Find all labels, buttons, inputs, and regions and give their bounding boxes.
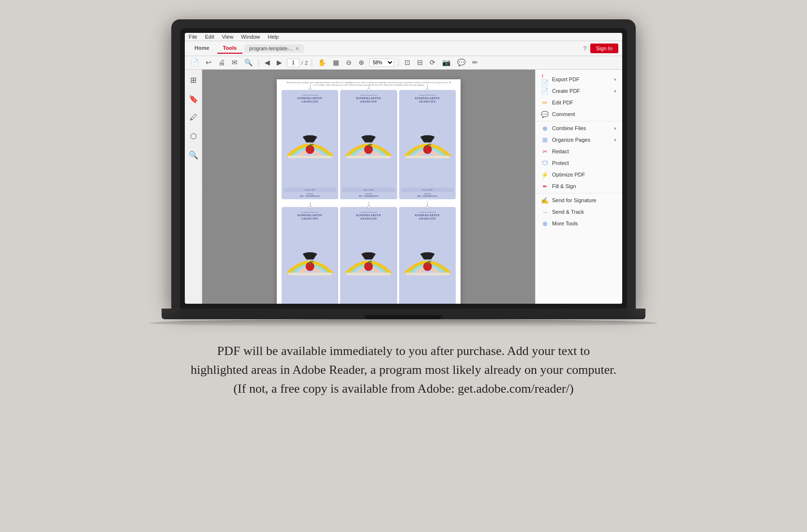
tag-string-1 xyxy=(310,85,311,89)
right-tools-panel: ↑📄 Export PDF ▾ 📄 Create PDF ▾ ✏ Edit PD… xyxy=(535,70,622,304)
open-icon[interactable]: ↩ xyxy=(204,58,213,68)
svg-rect-22 xyxy=(309,262,311,265)
organize-pages-label: Organize Pages xyxy=(552,137,610,143)
fit-page-icon[interactable]: ⊡ xyxy=(403,58,412,68)
hand-tool-icon[interactable]: ✋ xyxy=(316,58,328,68)
export-pdf-label: Export PDF xyxy=(552,76,610,82)
menu-view[interactable]: View xyxy=(222,34,234,40)
export-pdf-chevron: ▾ xyxy=(614,77,616,82)
tool-comment[interactable]: 💬 Comment xyxy=(536,108,622,120)
send-for-signature-label: Send for Signature xyxy=(552,197,616,203)
tool-combine-files[interactable]: ⊕ Combine Files ▾ xyxy=(536,122,622,134)
svg-marker-26 xyxy=(361,254,375,260)
email-icon[interactable]: ✉ xyxy=(230,58,239,68)
tool-divider-1 xyxy=(536,121,622,121)
optimize-pdf-label: Optimize PDF xyxy=(552,172,616,177)
tag-name-3: MS. THOMPSON xyxy=(418,195,437,197)
zoom-out-icon[interactable]: ⊖ xyxy=(344,58,354,68)
optimize-pdf-icon: ⚡ xyxy=(541,171,548,178)
svg-rect-29 xyxy=(346,273,390,275)
sign-in-button[interactable]: Sign In xyxy=(590,44,618,53)
tool-more-tools[interactable]: ⊕ More Tools xyxy=(536,218,622,229)
svg-marker-8 xyxy=(361,137,375,143)
page-nav: / 2 xyxy=(287,59,308,67)
kg-title-5: KINDERGARTENGRADUATE xyxy=(356,214,381,221)
combine-files-chevron: ▾ xyxy=(614,126,616,131)
rainbow-svg-2 xyxy=(342,103,395,187)
edit-pdf-label: Edit PDF xyxy=(552,100,616,105)
zoom-in-icon[interactable]: ⊕ xyxy=(357,58,366,68)
left-sidebar: ⊞ 🔖 🖊 ⬡ 🔍 xyxy=(185,70,202,304)
tab-tools[interactable]: Tools xyxy=(217,43,243,54)
tool-create-pdf[interactable]: 📄 Create PDF ▾ xyxy=(536,85,622,97)
kg-title-3: KINDERGARTENGRADUATE xyxy=(415,97,440,103)
tag-string-4 xyxy=(310,202,311,206)
tag-class-3: Class of 2022 xyxy=(401,188,454,192)
organize-pages-chevron: ▾ xyxy=(614,137,616,143)
laptop-base xyxy=(162,309,645,319)
grad-tag-3: congratulations KINDERGARTENGRADUATE xyxy=(399,90,456,199)
svg-rect-4 xyxy=(309,145,311,148)
fit-width-icon[interactable]: ⊟ xyxy=(415,58,425,68)
description-text: PDF will be available immediately to you… xyxy=(191,341,616,398)
annotate-icon[interactable]: ✏ xyxy=(470,58,480,68)
menu-file[interactable]: File xyxy=(189,34,197,40)
tool-export-pdf[interactable]: ↑📄 Export PDF ▾ xyxy=(536,74,622,85)
tag-string-2 xyxy=(369,85,369,89)
export-pdf-icon: ↑📄 xyxy=(541,76,548,83)
grad-tag-1: congratulations KINDERGARTENGRADUATE xyxy=(282,90,338,199)
find-icon[interactable]: 🔍 xyxy=(187,148,200,162)
bookmark-icon[interactable]: 🔖 xyxy=(187,92,200,105)
more-tools-icon: ⊕ xyxy=(541,220,548,227)
tool-optimize-pdf[interactable]: ⚡ Optimize PDF xyxy=(536,169,622,180)
next-page-icon[interactable]: ▶ xyxy=(275,58,284,68)
redact-label: Redact xyxy=(552,148,616,154)
rainbow-svg-5 xyxy=(342,221,395,304)
search-icon[interactable]: 🔍 xyxy=(242,58,254,68)
tag-name-2: MS. THOMPSON xyxy=(359,195,378,197)
print-icon[interactable]: 🖨 xyxy=(216,58,227,68)
congrats-3: congratulations xyxy=(418,94,436,96)
layers-icon[interactable]: ⬡ xyxy=(188,130,199,143)
comment-label: Comment xyxy=(552,111,616,117)
send-track-icon: → xyxy=(541,208,548,215)
prev-page-icon[interactable]: ◀ xyxy=(263,58,272,68)
thumbnail-icon[interactable]: ⊞ xyxy=(188,74,198,87)
tool-send-for-signature[interactable]: ✍ Send for Signature xyxy=(536,194,622,206)
scroll-left-arrow[interactable]: ◀ xyxy=(203,184,207,190)
tag-class-2: Class of 2022 xyxy=(342,188,395,192)
select-icon[interactable]: ▦ xyxy=(331,58,341,68)
svg-rect-11 xyxy=(346,156,390,158)
tool-redact[interactable]: ✂ Redact xyxy=(536,146,622,157)
signature-icon[interactable]: 🖊 xyxy=(188,111,199,124)
svg-rect-5 xyxy=(288,156,332,158)
menu-edit[interactable]: Edit xyxy=(205,34,214,40)
new-doc-icon[interactable]: 📄 xyxy=(189,58,201,68)
tab-close-icon[interactable]: ✕ xyxy=(295,46,299,51)
tool-edit-pdf[interactable]: ✏ Edit PDF xyxy=(536,97,622,108)
desc-line1: PDF will be available immediately to you… xyxy=(217,344,590,358)
tool-organize-pages[interactable]: ⊞ Organize Pages ▾ xyxy=(536,134,622,146)
desc-line2: highlighted areas in Adobe Reader, a pro… xyxy=(191,363,616,377)
separator-1 xyxy=(258,59,259,67)
help-icon[interactable]: ? xyxy=(583,45,586,51)
tab-home[interactable]: Home xyxy=(189,43,215,54)
zoom-select[interactable]: 58% 75% 100% xyxy=(369,59,394,67)
laptop: File Edit View Window Help Home Tools pr… xyxy=(171,19,636,309)
tool-protect[interactable]: 🛡 Protect xyxy=(536,157,622,169)
page-separator: / xyxy=(301,60,303,66)
kg-title-6: KINDERGARTENGRADUATE xyxy=(415,214,440,221)
organize-pages-icon: ⊞ xyxy=(541,136,548,143)
tool-send-track[interactable]: → Send & Track xyxy=(536,206,622,218)
svg-marker-2 xyxy=(303,137,317,143)
tab-file[interactable]: program-template-... ✕ xyxy=(244,44,304,53)
menu-help[interactable]: Help xyxy=(268,34,279,40)
rainbow-svg-6 xyxy=(401,221,454,304)
snapshot-icon[interactable]: 📷 xyxy=(440,58,452,68)
menu-window[interactable]: Window xyxy=(241,34,260,40)
page-input[interactable] xyxy=(287,59,299,67)
comment-icon[interactable]: 💬 xyxy=(455,58,467,68)
protect-icon: 🛡 xyxy=(541,160,548,166)
rotate-icon[interactable]: ⟳ xyxy=(428,58,437,68)
tool-fill-sign[interactable]: ✒ Fill & Sign xyxy=(536,180,622,192)
